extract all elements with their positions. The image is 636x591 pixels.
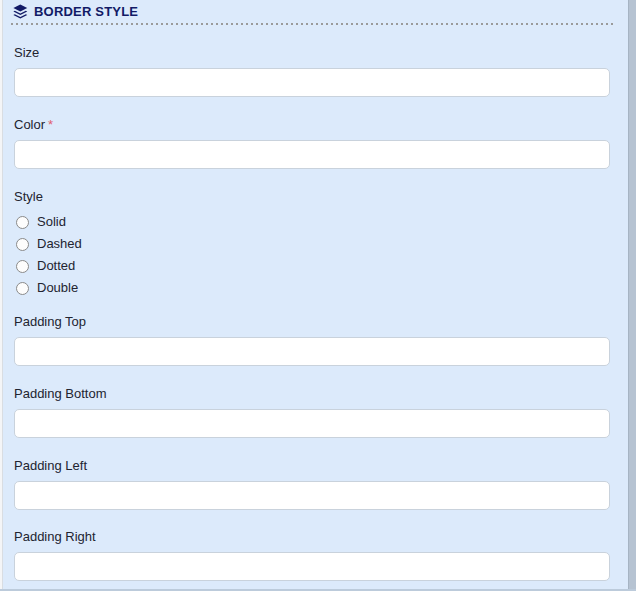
padding-top-input[interactable] xyxy=(14,337,610,366)
section-header[interactable]: BORDER STYLE xyxy=(12,3,610,20)
style-radio-group: Solid Dashed Dotted Double xyxy=(14,214,610,296)
dotted-divider xyxy=(11,23,613,25)
padding-left-label: Padding Left xyxy=(14,458,610,474)
style-option-dashed-label: Dashed xyxy=(37,236,82,252)
scrollbar-track[interactable] xyxy=(628,0,636,589)
color-input[interactable] xyxy=(14,140,610,169)
section-title: BORDER STYLE xyxy=(34,4,138,19)
padding-top-label: Padding Top xyxy=(14,314,610,330)
panel-left-edge xyxy=(0,0,3,589)
style-option-dashed[interactable]: Dashed xyxy=(14,236,610,252)
style-radio-solid[interactable] xyxy=(16,216,29,229)
required-marker: * xyxy=(48,117,53,132)
size-label: Size xyxy=(14,45,610,61)
padding-top-field-group: Padding Top xyxy=(14,314,610,366)
style-radio-double[interactable] xyxy=(16,282,29,295)
style-option-double[interactable]: Double xyxy=(14,280,610,296)
style-option-dotted-label: Dotted xyxy=(37,258,75,274)
color-label: Color* xyxy=(14,117,610,133)
style-label: Style xyxy=(14,189,610,205)
padding-right-input[interactable] xyxy=(14,552,610,581)
padding-left-field-group: Padding Left xyxy=(14,458,610,510)
style-option-double-label: Double xyxy=(37,280,78,296)
color-field-group: Color* xyxy=(14,117,610,169)
style-radio-dotted[interactable] xyxy=(16,260,29,273)
style-radio-dashed[interactable] xyxy=(16,238,29,251)
padding-right-field-group: Padding Right xyxy=(14,529,610,581)
border-style-panel: BORDER STYLE Size Color* Style Solid Das… xyxy=(0,0,636,591)
style-option-solid[interactable]: Solid xyxy=(14,214,610,230)
style-field-group: Style Solid Dashed Dotted Double xyxy=(14,189,610,296)
padding-right-label: Padding Right xyxy=(14,529,610,545)
size-input[interactable] xyxy=(14,68,610,97)
style-option-dotted[interactable]: Dotted xyxy=(14,258,610,274)
padding-bottom-field-group: Padding Bottom xyxy=(14,386,610,438)
panel-content: BORDER STYLE Size Color* Style Solid Das… xyxy=(0,0,628,589)
padding-bottom-label: Padding Bottom xyxy=(14,386,610,402)
color-label-text: Color xyxy=(14,117,45,132)
padding-bottom-input[interactable] xyxy=(14,409,610,438)
style-option-solid-label: Solid xyxy=(37,214,66,230)
layers-icon xyxy=(12,4,28,20)
padding-left-input[interactable] xyxy=(14,481,610,510)
size-field-group: Size xyxy=(14,45,610,97)
